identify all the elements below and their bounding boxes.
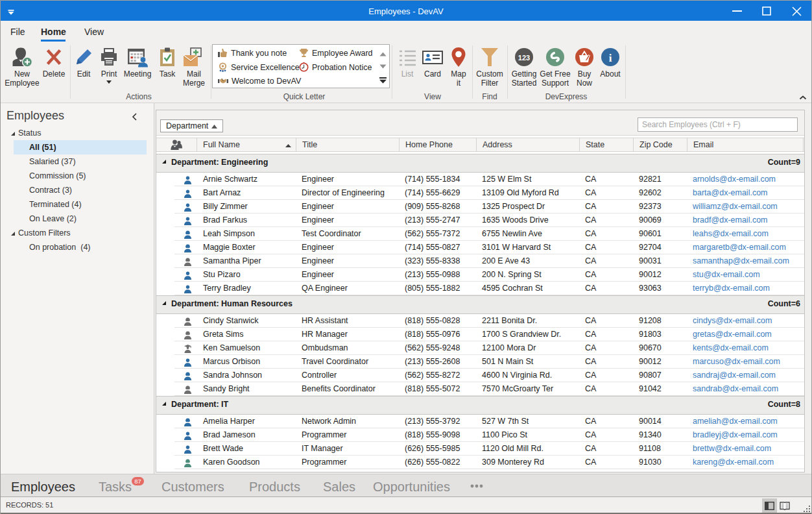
svg-text:123: 123: [518, 54, 530, 62]
svg-text:i: i: [609, 52, 612, 64]
